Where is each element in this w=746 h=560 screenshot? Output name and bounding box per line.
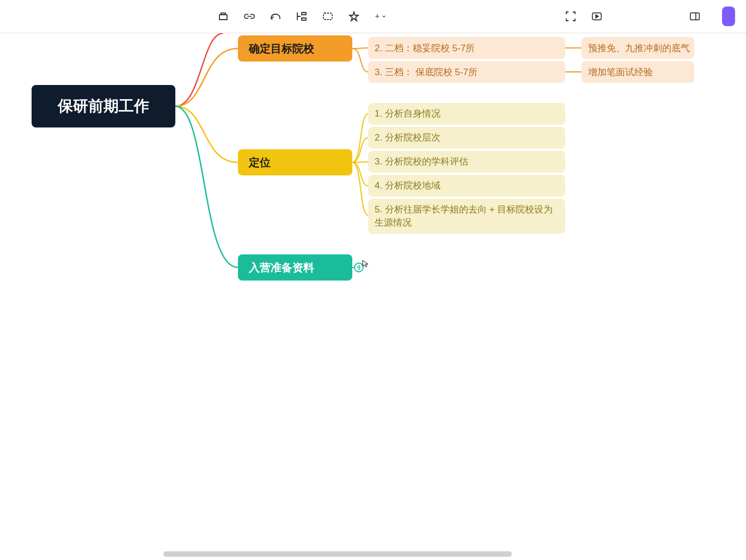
leaf-tier3-note[interactable]: 增加笔面试经验 — [582, 61, 694, 83]
leaf-analyze-subject[interactable]: 3. 分析院校的学科评估 — [368, 151, 565, 173]
link-icon[interactable] — [244, 11, 255, 22]
mindmap-canvas[interactable]: 保研前期工作 确定目标院校 2. 二档：稳妥院校 5-7所 3. 三档： 保底院… — [0, 33, 746, 560]
branch-materials[interactable]: 入营准备资料 — [238, 254, 352, 281]
svg-rect-2 — [690, 13, 699, 20]
leaf-tier2[interactable]: 2. 二档：稳妥院校 5-7所 — [368, 37, 565, 59]
fullscreen-icon[interactable] — [565, 11, 576, 22]
cursor-icon — [362, 260, 370, 267]
leaf-tier2-note[interactable]: 预推免、九推冲刺的底气 — [582, 37, 694, 59]
action-button[interactable] — [722, 7, 735, 26]
play-icon[interactable] — [591, 11, 602, 22]
branch-positioning[interactable]: 定位 — [238, 149, 352, 175]
structure-icon[interactable] — [296, 11, 307, 22]
horizontal-scrollbar[interactable] — [163, 551, 512, 557]
undo-icon[interactable] — [270, 11, 281, 22]
leaf-analyze-tier[interactable]: 2. 分析院校层次 — [368, 127, 565, 149]
svg-rect-0 — [323, 13, 332, 20]
boundary-icon[interactable] — [322, 11, 333, 22]
toolbar — [0, 0, 746, 33]
add-icon[interactable] — [375, 11, 386, 22]
panel-icon[interactable] — [689, 11, 700, 22]
leaf-analyze-alumni[interactable]: 5. 分析往届学长学姐的去向 + 目标院校设为生源情况 — [368, 199, 565, 234]
star-icon[interactable] — [348, 11, 359, 22]
leaf-analyze-region[interactable]: 4. 分析院校地域 — [368, 175, 565, 197]
branch-target-schools[interactable]: 确定目标院校 — [238, 35, 352, 62]
root-node[interactable]: 保研前期工作 — [32, 85, 175, 127]
leaf-tier3[interactable]: 3. 三档： 保底院校 5-7所 — [368, 61, 565, 83]
leaf-analyze-self[interactable]: 1. 分析自身情况 — [368, 103, 565, 125]
folder-icon[interactable] — [218, 11, 229, 22]
